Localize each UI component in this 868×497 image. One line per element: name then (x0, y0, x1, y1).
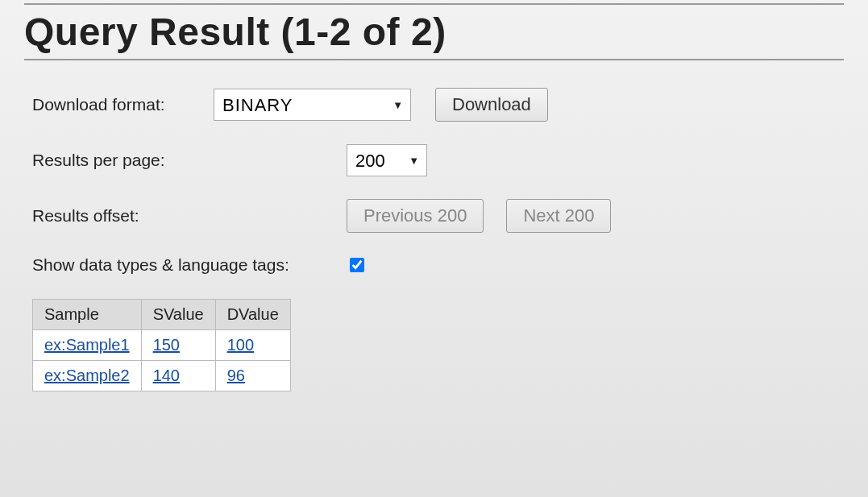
column-header: SValue (141, 300, 215, 330)
download-format-label: Download format: (32, 95, 214, 114)
download-button[interactable]: Download (435, 88, 548, 122)
column-header: Sample (33, 300, 142, 330)
previous-button[interactable]: Previous 200 (347, 199, 484, 233)
show-datatypes-label: Show data types & language tags: (32, 255, 347, 275)
show-datatypes-checkbox[interactable] (350, 258, 364, 272)
sample-link[interactable]: ex:Sample2 (44, 367, 130, 384)
sample-link[interactable]: ex:Sample1 (44, 336, 130, 354)
results-per-page-label: Results per page: (32, 151, 347, 170)
svalue-link[interactable]: 150 (153, 336, 180, 354)
download-format-select[interactable]: BINARY (214, 89, 411, 121)
next-button[interactable]: Next 200 (506, 199, 611, 233)
results-table: Sample SValue DValue ex:Sample1 150 100 … (32, 299, 291, 391)
column-header: DValue (215, 300, 290, 330)
dvalue-link[interactable]: 100 (227, 336, 254, 354)
svalue-link[interactable]: 140 (153, 367, 180, 384)
results-per-page-select[interactable]: 200 (347, 144, 427, 176)
page-title: Query Result (1-2 of 2) (24, 10, 844, 60)
results-offset-label: Results offset: (32, 206, 347, 226)
dvalue-link[interactable]: 96 (227, 367, 245, 384)
table-row: ex:Sample2 140 96 (33, 361, 291, 391)
table-row: ex:Sample1 150 100 (33, 330, 291, 361)
